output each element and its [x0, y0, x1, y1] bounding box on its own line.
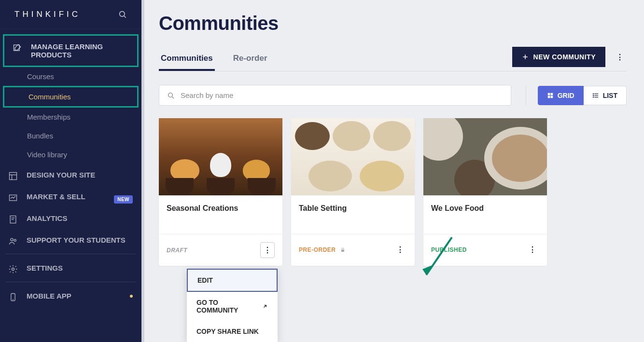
community-card[interactable]: We Love Food PUBLISHED ⋮ — [423, 118, 547, 266]
dropdown-goto[interactable]: GO TO COMMUNITY — [187, 292, 278, 321]
new-badge: NEW — [114, 195, 133, 204]
sidebar-section-design[interactable]: DESIGN YOUR SITE — [0, 164, 141, 186]
dropdown-label: GO TO COMMUNITY — [196, 299, 258, 314]
card-image — [423, 118, 547, 195]
sidebar-section-label: MARKET & SELL — [27, 192, 85, 201]
svg-rect-3 — [10, 173, 17, 180]
svg-line-1 — [124, 16, 126, 18]
sidebar-item-memberships[interactable]: Memberships — [27, 108, 141, 126]
tab-bar: Communities Re-order NEW COMMUNITY ⋮ — [159, 47, 627, 71]
sidebar-section-label: MANAGE LEARNING PRODUCTS — [31, 42, 103, 59]
search-box[interactable] — [159, 85, 511, 106]
search-icon — [167, 92, 175, 99]
card-image — [291, 118, 415, 195]
status-text: PRE-ORDER — [299, 246, 336, 253]
notification-dot — [130, 295, 133, 298]
search-icon[interactable] — [118, 10, 127, 19]
card-menu-button[interactable]: ⋮ — [393, 242, 407, 257]
new-community-button[interactable]: NEW COMMUNITY — [512, 47, 605, 67]
card-grid: Seasonal Creations DRAFT ⋮ EDIT GO TO CO… — [159, 118, 627, 266]
list-view-button[interactable]: LIST — [584, 86, 627, 105]
svg-point-27 — [593, 95, 593, 96]
lock-icon — [340, 247, 346, 253]
community-card[interactable]: Table Setting PRE-ORDER ⋮ — [291, 118, 415, 266]
svg-point-11 — [14, 239, 16, 241]
card-body: Table Setting — [291, 195, 415, 234]
card-title: We Love Food — [431, 204, 539, 213]
external-link-icon — [262, 303, 268, 309]
svg-point-0 — [120, 12, 125, 17]
tab-actions: NEW COMMUNITY ⋮ — [512, 47, 627, 71]
button-label: NEW COMMUNITY — [533, 53, 596, 61]
card-image — [159, 118, 282, 195]
sidebar-section-analytics[interactable]: ANALYTICS — [0, 207, 141, 229]
sidebar-item-video-library[interactable]: Video library — [27, 145, 141, 164]
list-icon — [592, 92, 599, 99]
status-badge: PRE-ORDER — [299, 246, 346, 253]
card-title: Table Setting — [299, 204, 407, 213]
divider — [6, 282, 136, 282]
sidebar-subitems: Courses Communities Memberships Bundles … — [0, 67, 141, 164]
sidebar-section-settings[interactable]: SETTINGS — [0, 257, 141, 279]
card-menu-button[interactable]: ⋮ — [260, 242, 275, 258]
sidebar-item-communities[interactable]: Communities — [3, 86, 139, 108]
scrollbar[interactable] — [141, 0, 144, 342]
button-label: LIST — [603, 92, 617, 99]
sidebar-section-label: DESIGN YOUR SITE — [27, 171, 95, 179]
sidebar-section-support[interactable]: SUPPORT YOUR STUDENTS — [0, 229, 141, 251]
card-dropdown: EDIT GO TO COMMUNITY COPY SHARE LINK — [187, 269, 278, 342]
overflow-menu[interactable]: ⋮ — [613, 50, 627, 65]
card-body: We Love Food — [423, 195, 547, 234]
sidebar-nav: MANAGE LEARNING PRODUCTS Courses Communi… — [0, 29, 141, 312]
toolbar: GRID LIST — [159, 85, 627, 106]
sidebar-section-label: ANALYTICS — [27, 214, 67, 222]
button-label: GRID — [558, 92, 574, 99]
edit-icon — [12, 42, 23, 53]
sidebar-section-manage[interactable]: MANAGE LEARNING PRODUCTS — [3, 34, 139, 67]
dropdown-copy[interactable]: COPY SHARE LINK — [187, 321, 278, 342]
svg-rect-21 — [547, 96, 550, 98]
card-body: Seasonal Creations — [159, 195, 282, 234]
view-toggle: GRID LIST — [526, 86, 627, 105]
layout-icon — [8, 171, 18, 181]
sidebar: THINKIFIC MANAGE LEARNING PRODUCTS Cours… — [0, 0, 141, 342]
svg-point-10 — [11, 238, 13, 241]
community-card[interactable]: Seasonal Creations DRAFT ⋮ EDIT GO TO CO… — [159, 118, 282, 266]
sidebar-section-market[interactable]: MARKET & SELL NEW — [0, 186, 141, 207]
svg-rect-29 — [341, 249, 344, 252]
tabs: Communities Re-order — [159, 48, 269, 70]
status-badge: PUBLISHED — [431, 246, 467, 253]
card-menu-button[interactable]: ⋮ — [526, 242, 539, 257]
sidebar-section-label: SUPPORT YOUR STUDENTS — [27, 236, 126, 244]
tab-reorder[interactable]: Re-order — [231, 48, 269, 70]
brand-logo: THINKIFIC — [14, 10, 81, 19]
card-footer: DRAFT ⋮ — [159, 234, 282, 266]
svg-point-26 — [593, 93, 593, 94]
divider — [6, 254, 136, 254]
clipboard-icon — [8, 214, 18, 225]
svg-rect-22 — [550, 96, 553, 98]
plus-icon — [522, 54, 529, 60]
card-title: Seasonal Creations — [167, 204, 275, 213]
chart-icon — [8, 192, 18, 203]
sidebar-section-mobile[interactable]: MOBILE APP — [0, 285, 141, 307]
grid-view-button[interactable]: GRID — [538, 86, 584, 105]
grid-icon — [547, 92, 554, 99]
sidebar-section-label: MOBILE APP — [27, 292, 71, 300]
search-input[interactable] — [181, 91, 503, 99]
svg-line-18 — [172, 96, 174, 98]
status-badge: DRAFT — [167, 247, 187, 254]
sidebar-item-courses[interactable]: Courses — [27, 67, 141, 86]
tab-communities[interactable]: Communities — [159, 48, 215, 71]
gear-icon — [8, 264, 18, 274]
card-footer: PUBLISHED ⋮ — [423, 234, 547, 265]
svg-point-28 — [593, 96, 593, 97]
card-footer: PRE-ORDER ⋮ — [291, 234, 415, 265]
svg-marker-31 — [422, 265, 432, 275]
sidebar-item-bundles[interactable]: Bundles — [27, 126, 141, 145]
brand-bar: THINKIFIC — [0, 0, 141, 29]
svg-rect-20 — [550, 93, 553, 95]
dropdown-edit[interactable]: EDIT — [187, 269, 278, 292]
svg-point-17 — [168, 93, 173, 97]
svg-rect-19 — [547, 93, 550, 95]
